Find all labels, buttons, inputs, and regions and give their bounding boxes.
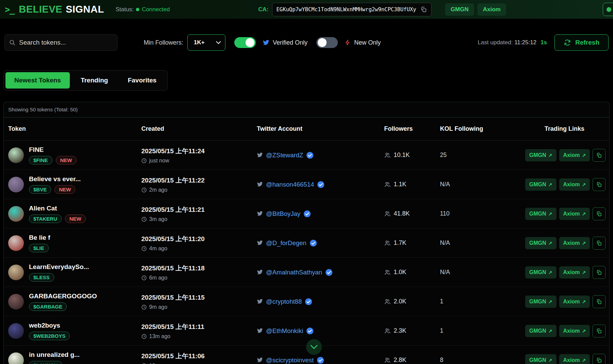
gmgn-header-button[interactable]: GMGN [445, 3, 474, 16]
kol-following-count: 110 [440, 210, 525, 217]
gmgn-link-button[interactable]: GMGN ↗ [525, 237, 556, 249]
followers-count: 41.8K [394, 210, 410, 217]
copy-ca-header-button[interactable] [420, 6, 427, 13]
kol-following-count: 1 [440, 298, 525, 305]
axiom-label: Axiom [563, 240, 580, 246]
table-row[interactable]: Believe vs ever... $BVE NEW 2025/05/15 上… [4, 170, 609, 199]
clipped-edge-button[interactable] [603, 3, 613, 16]
ca-label: CA: [258, 6, 268, 13]
token-cell: in unrealized g... $LAUNCH [8, 351, 141, 364]
refresh-age: 1s [540, 39, 547, 46]
token-count-summary: Showing 50 tokens (Total: 50) [4, 102, 609, 117]
verified-badge-icon [303, 210, 311, 218]
gmgn-link-button[interactable]: GMGN ↗ [525, 325, 556, 337]
created-cell: 2025/05/15 上午11:15 9m ago [141, 293, 257, 310]
kol-following-count: N/A [440, 269, 525, 276]
gmgn-link-button[interactable]: GMGN ↗ [525, 296, 556, 308]
ca-address-box[interactable]: EGKuQp7wYBCMc1TodN9NLWxnMMHwrg2w9nCPC3BU… [272, 3, 432, 16]
token-name: GARBAGERGOGOGO [29, 292, 97, 300]
verified-only-toggle[interactable] [234, 37, 256, 48]
new-only-toggle[interactable] [316, 37, 338, 48]
verified-badge-icon [310, 239, 317, 247]
gmgn-label: GMGN [529, 357, 546, 363]
copy-ca-button[interactable] [593, 325, 606, 337]
table-row[interactable]: web2boys $WEB2BOYS 2025/05/15 上午11:11 13… [4, 316, 609, 346]
created-cell: 2025/05/15 上午11:11 13m ago [141, 322, 257, 339]
refresh-button[interactable]: Refresh [554, 34, 609, 51]
twitter-handle: @hanson466514 [266, 181, 314, 188]
ticker-badge: $TAKERU [29, 215, 62, 223]
table-header-row: Token Created Twitter Account Followers … [4, 117, 609, 141]
axiom-link-button[interactable]: Axiom ↗ [559, 149, 590, 161]
refresh-label: Refresh [575, 39, 599, 46]
token-avatar [8, 323, 24, 339]
gmgn-label: GMGN [529, 181, 546, 188]
followers-count: 2.3K [394, 327, 406, 334]
verified-badge-icon [305, 298, 312, 305]
twitter-account-link[interactable]: @AmalnathSathyan [257, 269, 384, 276]
gmgn-link-button[interactable]: GMGN ↗ [525, 266, 556, 279]
axiom-link-button[interactable]: Axiom ↗ [559, 266, 590, 279]
external-link-icon: ↗ [582, 299, 586, 304]
token-cell: Be lie f $LIE [8, 234, 141, 252]
gmgn-label: GMGN [529, 152, 546, 158]
table-row[interactable]: FINE $FINE NEW 2025/05/15 上午11:24 just n… [4, 141, 609, 170]
axiom-link-button[interactable]: Axiom ↗ [559, 208, 590, 220]
tab-favorites[interactable]: Favorites [119, 72, 165, 89]
search-input[interactable] [19, 39, 113, 46]
twitter-account-link[interactable]: @ZStewardZ [257, 152, 384, 159]
gmgn-link-button[interactable]: GMGN ↗ [525, 149, 556, 161]
twitter-account-link[interactable]: @cryptoht88 [257, 298, 384, 305]
table-row[interactable]: Alien Cat $TAKERU NEW 2025/05/15 上午11:21… [4, 199, 609, 228]
ticker-badge: $WEB2BOYS [29, 332, 70, 340]
tab-newest-tokens[interactable]: Newest Tokens [5, 72, 70, 89]
gmgn-link-button[interactable]: GMGN ↗ [525, 354, 556, 364]
twitter-account-link[interactable]: @EthMonkiki [257, 327, 384, 335]
twitter-handle: @cryptoht88 [266, 298, 302, 305]
axiom-link-button[interactable]: Axiom ↗ [559, 354, 590, 364]
axiom-link-button[interactable]: Axiom ↗ [559, 325, 590, 337]
copy-ca-button[interactable] [593, 178, 606, 191]
trading-links-cell: GMGN ↗ Axiom ↗ [525, 295, 606, 308]
token-name: LearnEverydaySo... [29, 263, 89, 271]
twitter-account-link[interactable]: @D_forDegen [257, 239, 384, 247]
table-row[interactable]: Be lie f $LIE 2025/05/15 上午11:20 4m ago … [4, 228, 609, 258]
copy-ca-button[interactable] [593, 207, 606, 220]
twitter-account-link[interactable]: @BitBoyJay [257, 210, 384, 218]
status-value: Connected [142, 6, 170, 13]
tab-trending[interactable]: Trending [72, 72, 117, 89]
external-link-icon: ↗ [548, 153, 552, 158]
col-header-followers: Followers [384, 125, 440, 132]
external-link-icon: ↗ [548, 358, 552, 363]
copy-ca-button[interactable] [593, 354, 606, 364]
created-date: 2025/05/15 上午11:22 [141, 176, 257, 185]
scroll-down-button[interactable] [306, 339, 322, 355]
followers-icon [384, 152, 391, 159]
status-dot-icon [136, 8, 139, 11]
twitter-account-link[interactable]: @hanson466514 [257, 181, 384, 188]
axiom-link-button[interactable]: Axiom ↗ [559, 178, 590, 191]
copy-ca-button[interactable] [593, 266, 606, 279]
search-box[interactable] [4, 34, 117, 51]
clock-icon [141, 246, 147, 251]
axiom-link-button[interactable]: Axiom ↗ [559, 296, 590, 308]
copy-ca-button[interactable] [593, 149, 606, 162]
gmgn-link-button[interactable]: GMGN ↗ [525, 178, 556, 191]
token-cell: GARBAGERGOGOGO $GARBAGE [8, 292, 141, 311]
table-row[interactable]: LearnEverydaySo... $LESS 2025/05/15 上午11… [4, 258, 609, 287]
clock-icon [141, 334, 147, 339]
col-header-kol: KOL Following [440, 125, 525, 132]
gmgn-link-button[interactable]: GMGN ↗ [525, 208, 556, 220]
min-followers-select[interactable]: 1K+ [187, 34, 225, 51]
copy-ca-button[interactable] [593, 237, 606, 250]
twitter-icon [257, 153, 263, 158]
followers-cell: 1.7K [384, 239, 440, 247]
axiom-link-button[interactable]: Axiom ↗ [559, 237, 590, 249]
created-ago: 4m ago [149, 246, 167, 252]
axiom-header-button[interactable]: Axiom [477, 3, 506, 16]
table-row[interactable]: GARBAGERGOGOGO $GARBAGE 2025/05/15 上午11:… [4, 287, 609, 316]
ticker-badge: $GARBAGE [29, 302, 67, 311]
twitter-account-link[interactable]: @scicryptoinvest [257, 357, 384, 364]
copy-ca-button[interactable] [593, 295, 606, 308]
token-cell: Believe vs ever... $BVE NEW [8, 175, 141, 194]
